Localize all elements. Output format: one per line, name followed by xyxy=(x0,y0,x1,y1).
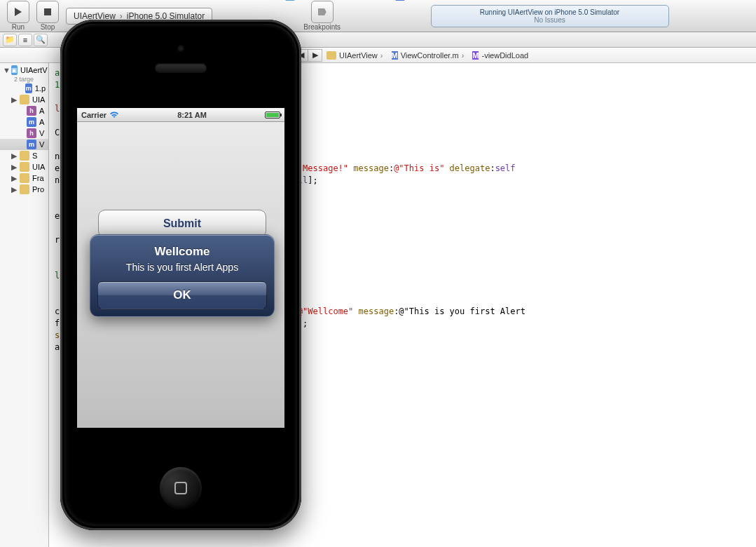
alert-title: Wellcome xyxy=(97,245,267,259)
folder-icon xyxy=(20,95,29,104)
jump-folder[interactable]: UIAertView› xyxy=(322,51,387,60)
run-button[interactable] xyxy=(7,1,29,23)
folder-icon xyxy=(20,151,29,161)
folder-icon xyxy=(20,184,29,194)
sidebar-item[interactable]: hV xyxy=(0,128,48,139)
breakpoints-label: Breakpoints xyxy=(303,23,341,31)
sidebar-item[interactable]: mA xyxy=(0,116,48,128)
project-navigator-tab[interactable]: 📁 xyxy=(3,34,17,46)
activity-viewer: Running UIAertView on iPhone 5.0 Simulat… xyxy=(431,5,669,27)
sidebar-item[interactable]: ▶S xyxy=(0,150,48,161)
activity-status: Running UIAertView on iPhone 5.0 Simulat… xyxy=(480,8,619,16)
project-icon: ▣ xyxy=(285,0,295,1)
h-file-icon: h xyxy=(27,128,36,138)
wifi-icon xyxy=(109,112,119,119)
sidebar-item[interactable]: mV xyxy=(0,139,48,150)
alert-message: This is you first Alert Apps xyxy=(97,262,267,273)
m-file-icon: M xyxy=(392,51,398,60)
sidebar-item[interactable]: ▶UIA xyxy=(0,161,48,173)
play-icon xyxy=(15,8,22,16)
targets-count: 2 targe xyxy=(0,76,48,83)
document-title: ▣ UIAertView.xcodeproj — M ViewControlle… xyxy=(0,0,756,1)
stop-icon xyxy=(44,8,51,15)
submit-button[interactable]: Submit xyxy=(98,210,266,238)
sidebar-item[interactable]: ▶Fra xyxy=(0,173,48,184)
stop-button[interactable] xyxy=(36,1,59,23)
m-file-icon: m xyxy=(27,140,36,149)
battery-icon xyxy=(265,112,280,119)
m-file-icon: M xyxy=(395,0,405,1)
earpiece-icon xyxy=(155,63,207,73)
alert-ok-button[interactable]: OK xyxy=(97,281,267,309)
method-icon: M xyxy=(472,51,479,60)
sidebar-item[interactable]: hA xyxy=(0,105,48,116)
jump-method[interactable]: M -viewDidLoad xyxy=(468,51,532,60)
run-label: Run xyxy=(12,23,25,31)
simulator-screen: Carrier 8:21 AM Submit Wellcome This is … xyxy=(76,107,286,429)
project-icon: ▣ xyxy=(11,65,18,75)
clock-label: 8:21 AM xyxy=(177,111,207,119)
symbol-navigator-tab[interactable]: ≡ xyxy=(18,34,32,46)
jump-file[interactable]: M ViewController.m› xyxy=(387,51,469,60)
breakpoints-button[interactable] xyxy=(311,1,334,23)
home-button[interactable] xyxy=(160,467,202,509)
folder-icon xyxy=(327,51,336,60)
sidebar-item[interactable]: ▶Pro xyxy=(0,184,48,195)
m-file-icon: m xyxy=(25,83,32,93)
ios-simulator-window: Carrier 8:21 AM Submit Wellcome This is … xyxy=(60,20,301,530)
home-icon xyxy=(174,482,187,494)
forward-button[interactable]: ▶ xyxy=(308,49,322,62)
breakpoint-icon xyxy=(318,8,327,15)
camera-icon xyxy=(177,45,184,52)
search-navigator-tab[interactable]: 🔍 xyxy=(34,34,48,46)
project-root[interactable]: ▼▣ UIAertV xyxy=(0,65,48,76)
project-navigator: ▼▣ UIAertV 2 targe m1.p▶UIAhAmAhVmV▶S▶UI… xyxy=(0,63,49,547)
folder-icon xyxy=(20,162,29,172)
sidebar-item[interactable]: m1.p xyxy=(0,83,48,94)
sidebar-item[interactable]: ▶UIA xyxy=(0,94,48,105)
ios-status-bar: Carrier 8:21 AM xyxy=(77,108,284,122)
m-file-icon: m xyxy=(27,117,36,127)
carrier-label: Carrier xyxy=(81,111,106,119)
stop-label: Stop xyxy=(41,23,55,31)
activity-substatus: No Issues xyxy=(534,16,565,24)
h-file-icon: h xyxy=(27,106,36,116)
folder-icon xyxy=(20,173,29,183)
uialertview: Wellcome This is you first Alert Apps OK xyxy=(90,234,275,317)
